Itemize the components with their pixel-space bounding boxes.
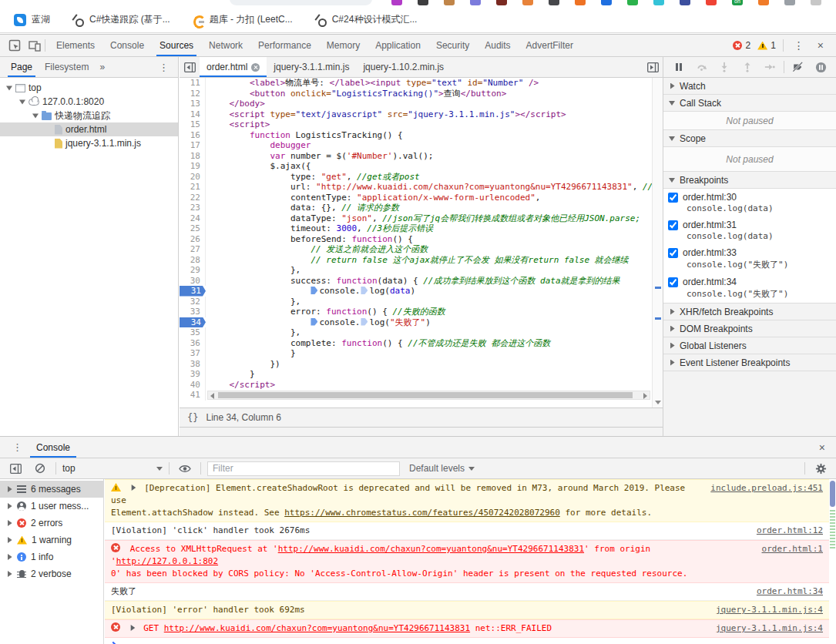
line-number[interactable]: 24 [180, 213, 206, 224]
devtools-menu-icon[interactable]: ⋮ [791, 39, 807, 52]
devtools-close-icon[interactable]: × [814, 39, 827, 52]
line-number[interactable]: 20 [180, 172, 206, 183]
line-number[interactable]: 30 [180, 276, 206, 287]
code-line[interactable]: 32 }, [180, 297, 663, 307]
source-link[interactable]: order.html:12 [757, 525, 823, 537]
breakpoint-entry[interactable]: order.html:33 console.log("失败了") [663, 244, 836, 273]
warning-count-badge[interactable]: 1 [757, 40, 776, 51]
code-line[interactable]: 34 console.log("失败了") [180, 317, 663, 328]
code-line[interactable]: 29 }, [180, 265, 663, 276]
pause-script-icon[interactable] [670, 58, 688, 76]
execution-context-selector[interactable]: top [62, 463, 163, 474]
console-filter-group[interactable]: 1 user mess... [0, 498, 103, 515]
omnibox[interactable] [230, 0, 372, 5]
code-line[interactable]: 33 error: function() { //失败的函数 [180, 307, 663, 317]
breakpoint-entry[interactable]: order.html:30 console.log(data) [663, 189, 836, 216]
event-listener-breakpoints-section-header[interactable]: Event Listener Breakpoints [663, 354, 836, 371]
expand-arrow-icon[interactable] [6, 85, 12, 91]
console-prompt[interactable] [105, 638, 829, 644]
line-number[interactable]: 41 [180, 390, 206, 401]
expand-arrow-icon[interactable] [45, 126, 52, 132]
error-count-badge[interactable]: 2 [733, 40, 750, 51]
console-tab[interactable]: Console [29, 437, 78, 458]
tree-item[interactable]: jquery-3.1.1.min.js [0, 136, 178, 150]
line-number[interactable]: 21 [180, 182, 206, 193]
watch-section-header[interactable]: Watch [663, 78, 836, 95]
code-line[interactable]: 15 <script> [180, 119, 663, 130]
line-number[interactable]: 34 [180, 317, 206, 328]
extension-icon[interactable] [627, 0, 638, 5]
devtools-panel-tab[interactable]: Audits [477, 35, 518, 56]
expand-triangle-icon[interactable] [131, 485, 136, 491]
line-number[interactable]: 27 [180, 244, 206, 255]
expand-arrow-icon[interactable] [6, 486, 12, 492]
breakpoint-checkbox[interactable] [668, 277, 678, 287]
extension-icon[interactable] [522, 0, 533, 5]
line-number[interactable]: 17 [180, 140, 206, 151]
code-line[interactable]: 25 timeout: 3000, //3秒后提示错误 [180, 223, 663, 234]
code-area[interactable]: 11 <label>物流单号: </label><input type="tex… [180, 78, 663, 408]
tree-item[interactable]: 快递物流追踪 [0, 109, 178, 122]
extension-icon[interactable] [784, 0, 795, 5]
line-number[interactable]: 37 [180, 348, 206, 359]
console-filter-group[interactable]: 6 messages [0, 481, 103, 498]
line-number[interactable]: 26 [180, 234, 206, 245]
extension-icon[interactable] [758, 0, 769, 5]
code-line[interactable]: 37 } [180, 348, 663, 359]
scope-section-header[interactable]: Scope [663, 130, 836, 147]
code-line[interactable]: 30 success: function(data) { //成功拿到结果放到这… [180, 276, 663, 287]
drawer-close-icon[interactable]: × [814, 441, 830, 454]
expand-arrow-icon[interactable] [6, 537, 12, 543]
breakpoints-section-header[interactable]: Breakpoints [663, 172, 836, 189]
source-link[interactable]: order.html:34 [757, 585, 823, 598]
line-number[interactable]: 16 [180, 130, 206, 141]
console-scrollbar[interactable] [829, 479, 836, 644]
line-number[interactable]: 23 [180, 203, 206, 213]
code-line[interactable]: 27 // 发送之前就会进入这个函数 [180, 244, 663, 255]
code-line[interactable]: 23 data: {}, // 请求的参数 [180, 203, 663, 213]
line-number[interactable]: 39 [180, 369, 206, 380]
bookmark-item[interactable]: C#24种设计模式汇... [314, 13, 418, 26]
bookmark-item[interactable]: C#快递跟踪 (基于... [72, 13, 170, 26]
line-number[interactable]: 12 [180, 89, 206, 99]
line-number[interactable]: 29 [180, 265, 206, 276]
code-line[interactable]: 35 }, [180, 327, 663, 338]
code-line[interactable]: 16 function LogisticsTracking() { [180, 130, 663, 141]
navigator-overflow-chevron[interactable]: » [96, 62, 108, 72]
live-expression-eye-icon[interactable] [176, 459, 194, 478]
dom-breakpoints-section-header[interactable]: DOM Breakpoints [663, 320, 836, 337]
navigator-tab[interactable]: Filesystem [39, 57, 95, 77]
console-filter-group[interactable]: 2 verbose [0, 565, 103, 582]
expand-triangle-icon[interactable] [130, 625, 136, 631]
devtools-panel-tab[interactable]: Network [201, 35, 250, 56]
breakpoint-entry[interactable]: order.html:31 console.log(data) [663, 216, 836, 244]
extension-icon[interactable]: on [732, 0, 743, 5]
line-number[interactable]: 22 [180, 193, 206, 203]
extension-icon[interactable] [549, 0, 559, 5]
extension-icon[interactable] [470, 0, 481, 5]
console-filter-group[interactable]: 2 errors [0, 515, 103, 532]
line-number[interactable]: 18 [180, 151, 206, 162]
extension-icon[interactable] [496, 0, 507, 5]
extension-icon[interactable] [680, 0, 690, 5]
extension-icon[interactable] [391, 0, 402, 5]
call-stack-section-header[interactable]: Call Stack [663, 95, 836, 112]
expand-arrow-icon[interactable] [45, 140, 52, 146]
clear-console-icon[interactable] [31, 459, 49, 478]
pretty-print-icon[interactable]: {} [187, 412, 198, 423]
expand-arrow-icon[interactable] [6, 554, 12, 560]
code-line[interactable]: 21 url: "http://www.kuaidi.com/chaxun?co… [180, 182, 663, 193]
devtools-panel-tab[interactable]: Application [368, 35, 428, 56]
devtools-panel-tab[interactable]: Console [102, 35, 152, 56]
extension-icon[interactable] [601, 0, 612, 5]
line-number[interactable]: 32 [180, 297, 206, 307]
source-link[interactable]: jquery-3.1.1.min.js:4 [716, 622, 823, 635]
code-line[interactable]: 11 <label>物流单号: </label><input type="tex… [180, 78, 663, 89]
navigator-menu-icon[interactable]: ⋮ [154, 62, 173, 73]
code-line[interactable]: 39 } [180, 369, 663, 380]
navigator-tab[interactable]: Page [5, 57, 39, 77]
extension-icon[interactable] [653, 0, 664, 5]
line-number[interactable]: 11 [180, 78, 206, 89]
expand-arrow-icon[interactable] [6, 571, 12, 577]
code-line[interactable]: 19 $.ajax({ [180, 161, 663, 172]
